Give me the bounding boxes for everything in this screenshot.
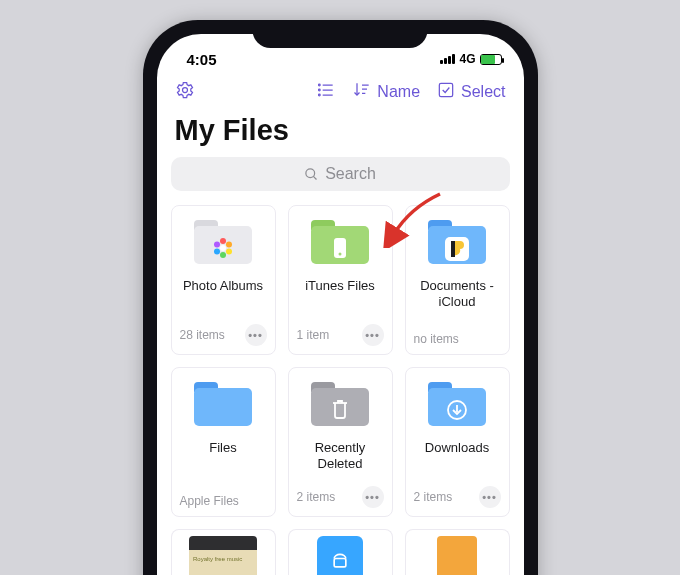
tile-label: Photo Albums bbox=[180, 278, 267, 310]
svg-point-17 bbox=[220, 252, 226, 258]
svg-point-0 bbox=[182, 88, 187, 93]
battery-icon bbox=[480, 54, 502, 65]
network-label: 4G bbox=[459, 52, 475, 66]
folder-icon bbox=[311, 220, 369, 264]
select-label: Select bbox=[461, 83, 505, 101]
search-placeholder: Search bbox=[325, 165, 376, 183]
tile-subtitle: Apple Files bbox=[180, 494, 239, 508]
folder-tile-photo-albums[interactable]: Photo Albums 28 items ••• bbox=[171, 205, 276, 355]
sort-label: Name bbox=[377, 83, 420, 101]
sort-icon bbox=[352, 80, 372, 104]
svg-line-12 bbox=[314, 176, 317, 179]
download-icon bbox=[445, 398, 469, 426]
itunes-icon bbox=[330, 236, 350, 264]
tile-subtitle: 1 item bbox=[297, 328, 330, 342]
tile-subtitle: 2 items bbox=[297, 490, 336, 504]
svg-rect-25 bbox=[334, 559, 346, 567]
svg-rect-10 bbox=[439, 83, 452, 96]
folder-icon bbox=[194, 220, 252, 264]
video-thumbnail: Royalty free music bbox=[189, 536, 257, 575]
svg-point-16 bbox=[226, 249, 232, 255]
view-list-button[interactable] bbox=[316, 80, 336, 104]
document-icon bbox=[437, 536, 477, 575]
screen: 4:05 4G Name bbox=[157, 34, 524, 575]
svg-point-4 bbox=[319, 84, 321, 86]
svg-point-15 bbox=[226, 242, 232, 248]
phone-frame: 4:05 4G Name bbox=[143, 20, 538, 575]
folder-tile-recently-deleted[interactable]: Recently Deleted 2 items ••• bbox=[288, 367, 393, 517]
folder-icon bbox=[194, 382, 252, 426]
tile-label: Files bbox=[180, 440, 267, 472]
search-input[interactable]: Search bbox=[171, 157, 510, 191]
svg-point-11 bbox=[306, 168, 315, 177]
tile-subtitle: 2 items bbox=[414, 490, 453, 504]
folder-icon bbox=[428, 382, 486, 426]
page-title: My Files bbox=[157, 108, 524, 157]
tile-label: Documents - iCloud bbox=[414, 278, 501, 311]
tile-label: iTunes Files bbox=[297, 278, 384, 310]
trash-icon bbox=[330, 398, 350, 424]
svg-point-6 bbox=[319, 94, 321, 96]
tile-label: Downloads bbox=[414, 440, 501, 472]
status-right: 4G bbox=[440, 52, 501, 66]
file-tile[interactable] bbox=[405, 529, 510, 575]
file-tile[interactable]: Royalty free music bbox=[171, 529, 276, 575]
folder-icon bbox=[311, 382, 369, 426]
svg-point-19 bbox=[214, 242, 220, 248]
folder-tile-downloads[interactable]: Downloads 2 items ••• bbox=[405, 367, 510, 517]
checkbox-icon bbox=[436, 80, 456, 104]
sort-button[interactable]: Name bbox=[352, 80, 420, 104]
svg-point-5 bbox=[319, 89, 321, 91]
folder-tile-itunes[interactable]: iTunes Files 1 item ••• bbox=[288, 205, 393, 355]
tile-subtitle: no items bbox=[414, 332, 459, 346]
more-button[interactable]: ••• bbox=[362, 486, 384, 508]
toolbar: Name Select bbox=[157, 74, 524, 108]
svg-point-21 bbox=[339, 253, 342, 256]
settings-icon[interactable] bbox=[175, 80, 195, 104]
select-button[interactable]: Select bbox=[436, 80, 505, 104]
svg-point-13 bbox=[220, 245, 226, 251]
more-button[interactable]: ••• bbox=[362, 324, 384, 346]
annotation-arrow bbox=[380, 188, 450, 248]
folder-tile-files[interactable]: Files Apple Files bbox=[171, 367, 276, 517]
svg-point-18 bbox=[214, 249, 220, 255]
folder-grid: Photo Albums 28 items ••• iTunes Files 1… bbox=[157, 205, 524, 517]
svg-rect-23 bbox=[451, 241, 455, 257]
signal-icon bbox=[440, 54, 455, 64]
tile-label: Recently Deleted bbox=[297, 440, 384, 473]
folder-grid-row3: Royalty free music bbox=[157, 529, 524, 575]
more-button[interactable]: ••• bbox=[245, 324, 267, 346]
list-icon bbox=[316, 80, 336, 104]
tile-subtitle: 28 items bbox=[180, 328, 225, 342]
notch bbox=[253, 20, 428, 48]
photos-icon bbox=[211, 236, 235, 264]
search-icon bbox=[304, 167, 319, 182]
status-time: 4:05 bbox=[187, 51, 217, 68]
svg-point-14 bbox=[220, 238, 226, 244]
more-button[interactable]: ••• bbox=[479, 486, 501, 508]
document-icon bbox=[317, 536, 363, 575]
file-tile[interactable] bbox=[288, 529, 393, 575]
